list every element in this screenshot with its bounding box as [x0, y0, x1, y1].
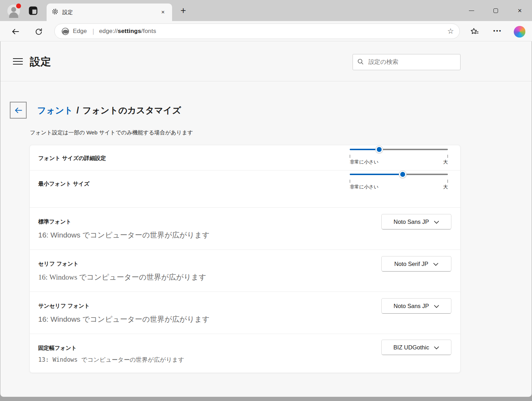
row-label: 標準フォント [38, 218, 71, 226]
row-label: フォント サイズの詳細設定 [38, 155, 106, 162]
back-button[interactable] [9, 26, 21, 38]
dropdown-value: Noto Serif JP [394, 261, 428, 267]
slider-min-label: 非常に小さい [350, 159, 378, 165]
page-subtitle: フォント設定は一部の Web サイトでのみ機能する場合があります [30, 129, 193, 136]
breadcrumb-back-button[interactable] [10, 102, 27, 119]
row-label: セリフ フォント [38, 260, 79, 268]
url-text[interactable]: edge://settings/fonts [99, 28, 448, 35]
favorite-star-icon[interactable]: ☆ [447, 27, 454, 35]
page-title: 設定 [30, 55, 52, 69]
page-wrap: 設定 フォント / フォントのカスタマイズ [0, 41, 532, 397]
slider-max-label: 大 [443, 159, 448, 165]
row-label: 最小フォント サイズ [38, 180, 89, 188]
dropdown-value: Noto Sans JP [394, 219, 429, 225]
menu-icon[interactable] [13, 58, 23, 65]
url-divider: | [93, 27, 94, 35]
serif-font-dropdown[interactable]: Noto Serif JP [381, 256, 451, 272]
fixed-width-font-dropdown[interactable]: BIZ UDGothic [381, 340, 451, 355]
breadcrumb-current: フォントのカスタマイズ [82, 105, 181, 116]
font-sample: 16: Windows でコンピューターの世界が広がります [38, 272, 206, 282]
font-sample: 16: Windows でコンピューターの世界が広がります [38, 230, 210, 240]
settings-page: 設定 フォント / フォントのカスタマイズ [0, 41, 532, 397]
slider-thumb[interactable] [399, 171, 406, 178]
breadcrumb-separator: / [76, 105, 79, 115]
dropdown-value: BIZ UDGothic [394, 344, 429, 351]
favorites-icon[interactable] [468, 26, 481, 38]
window-bottom-frame [0, 397, 532, 401]
row-serif-font: セリフ フォント 16: Windows でコンピューターの世界が広がります N… [30, 250, 460, 292]
more-menu-icon[interactable]: ••• [490, 26, 505, 38]
slider-fill [350, 174, 403, 175]
row-font-size: フォント サイズの詳細設定 非常に小さい 大 [30, 145, 460, 171]
chevron-down-icon [434, 344, 439, 351]
search-icon [357, 58, 364, 66]
chevron-down-icon [433, 261, 438, 267]
new-tab-button[interactable]: + [178, 6, 189, 16]
row-label: サンセリフ フォント [38, 302, 90, 310]
font-sample: 13: Windows でコンピューターの世界が広がります [38, 356, 184, 364]
copilot-icon[interactable] [514, 26, 525, 38]
slider-thumb[interactable] [376, 146, 383, 153]
profile-avatar[interactable] [7, 5, 20, 17]
edge-logo-icon [61, 27, 70, 36]
close-button[interactable]: × [512, 0, 528, 21]
row-sans-serif-font: サンセリフ フォント 16: Windows でコンピューターの世界が広がります… [30, 292, 460, 334]
sans-serif-font-dropdown[interactable]: Noto Sans JP [381, 298, 451, 314]
slider-max-label: 大 [443, 184, 448, 190]
maximize-button[interactable] [487, 0, 504, 21]
settings-card: フォント サイズの詳細設定 非常に小さい 大 最小フォント サイズ [29, 145, 461, 373]
slider-min-label: 非常に小さい [350, 184, 378, 190]
tab-settings[interactable]: 設定 × [47, 4, 172, 21]
dropdown-value: Noto Sans JP [394, 303, 429, 309]
font-sample: 16: Windows でコンピューターの世界が広がります [38, 314, 210, 324]
chevron-down-icon [434, 219, 439, 225]
tab-title: 設定 [62, 9, 159, 16]
settings-search[interactable] [353, 54, 461, 70]
tab-close-icon[interactable]: × [159, 8, 167, 16]
refresh-button[interactable] [33, 26, 45, 38]
row-label: 固定幅フォント [38, 345, 77, 352]
search-input[interactable] [368, 59, 456, 66]
row-fixed-width-font: 固定幅フォント 13: Windows でコンピューターの世界が広がります BI… [30, 334, 460, 373]
browser-name-label: Edge [73, 28, 87, 35]
gear-icon [52, 8, 59, 16]
min-font-size-slider: 非常に小さい 大 [350, 171, 448, 190]
minimize-button[interactable] [463, 0, 479, 21]
font-size-slider: 非常に小さい 大 [350, 146, 448, 165]
breadcrumb: フォント / フォントのカスタマイズ [10, 102, 181, 119]
chevron-down-icon [434, 303, 439, 309]
address-bar[interactable]: Edge | edge://settings/fonts ☆ [54, 24, 460, 39]
notification-dot [16, 4, 21, 8]
standard-font-dropdown[interactable]: Noto Sans JP [381, 214, 451, 229]
settings-header: 設定 [0, 41, 532, 81]
workspaces-icon[interactable] [28, 6, 38, 15]
titlebar: 設定 × + × [0, 0, 532, 21]
row-min-font-size: 最小フォント サイズ 非常に小さい 大 [30, 171, 460, 208]
toolbar: Edge | edge://settings/fonts ☆ ••• [0, 21, 532, 41]
breadcrumb-parent-link[interactable]: フォント [37, 105, 73, 116]
row-standard-font: 標準フォント 16: Windows でコンピューターの世界が広がります Not… [30, 208, 460, 250]
slider-fill [350, 149, 379, 150]
